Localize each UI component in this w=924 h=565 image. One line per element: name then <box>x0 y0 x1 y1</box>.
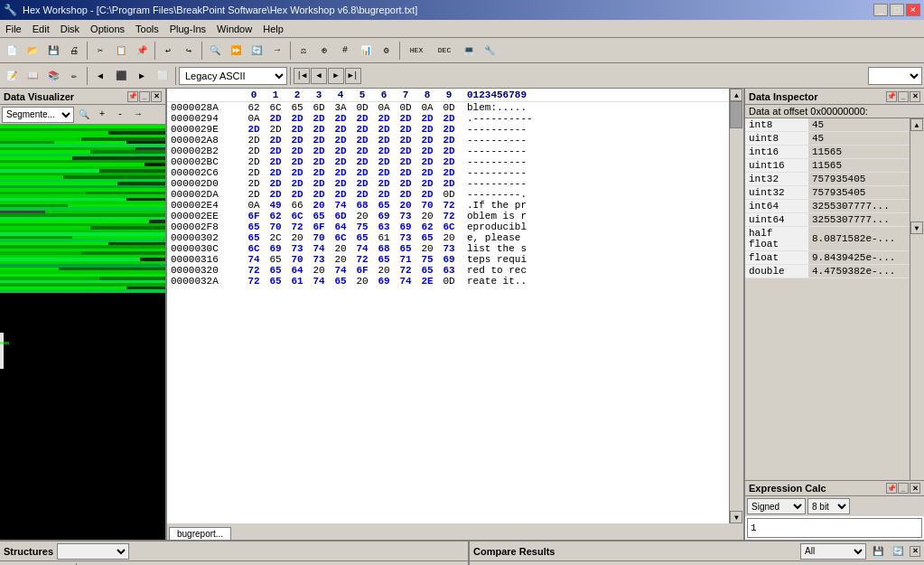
hex-cell[interactable]: 2D <box>373 124 395 135</box>
hex-cell[interactable]: 2D <box>286 113 308 124</box>
table-row[interactable]: 00000302652C20706C6561736520e, please <box>167 232 729 243</box>
nav-first[interactable]: |◀ <box>294 68 310 84</box>
hex-cell[interactable]: 75 <box>416 254 438 265</box>
hex-button[interactable]: HEX <box>403 41 430 61</box>
hex-cell[interactable]: 2D <box>243 124 265 135</box>
hex-cell[interactable]: 20 <box>330 243 351 254</box>
hex-cell[interactable]: 63 <box>438 265 460 276</box>
nav-prev[interactable]: ◀ <box>311 68 327 84</box>
scroll-thumb[interactable] <box>730 101 742 128</box>
hex-cell[interactable]: 20 <box>308 200 330 211</box>
hex-scrollbar[interactable]: ▲ ▼ <box>729 89 743 523</box>
hex-cell[interactable]: 63 <box>373 221 395 232</box>
hex-cell[interactable]: 2D <box>286 189 308 200</box>
hex-cell[interactable]: 2D <box>416 113 438 124</box>
window-controls[interactable]: _ □ ✕ <box>873 4 920 16</box>
table-row[interactable]: 0000032A72656174652069742E0Dreate it.. <box>167 276 729 287</box>
tb2-btn5[interactable]: ◀ <box>90 66 110 86</box>
hex-cell[interactable]: 6F <box>351 265 373 276</box>
hex-cell[interactable]: 2D <box>438 156 460 167</box>
menu-edit[interactable]: Edit <box>27 22 55 36</box>
hex-cell[interactable]: 6C <box>243 243 265 254</box>
nav-next[interactable]: ▶ <box>328 68 344 84</box>
hex-cell[interactable]: 2D <box>395 124 416 135</box>
hex-cell[interactable]: 73 <box>286 243 308 254</box>
hex-cell[interactable]: 2D <box>351 189 373 200</box>
hex-cell[interactable]: 2D <box>395 156 416 167</box>
hex-cell[interactable]: 20 <box>286 232 308 243</box>
hex-cell[interactable]: 71 <box>395 254 416 265</box>
hex-cell[interactable]: 74 <box>308 243 330 254</box>
table-row[interactable]: 000002B22D2D2D2D2D2D2D2D2D2D---------- <box>167 146 729 156</box>
hex-cell[interactable]: 0A <box>243 113 265 124</box>
hex-cell[interactable]: 20 <box>416 243 438 254</box>
hex-cell[interactable]: 2D <box>373 178 395 189</box>
hex-cell[interactable]: 2D <box>373 156 395 167</box>
settings-button[interactable]: ⚙ <box>377 41 397 61</box>
table-row[interactable]: 000002D02D2D2D2D2D2D2D2D2D2D---------- <box>167 178 729 189</box>
inspector-scrollbar[interactable]: ▲ ▼ <box>910 118 924 480</box>
dec-button[interactable]: DEC <box>431 41 458 61</box>
hex-cell[interactable]: 65 <box>265 265 286 276</box>
hex-cell[interactable]: 2D <box>330 167 351 178</box>
compare-button[interactable]: ⚖ <box>294 41 313 61</box>
hex-cell[interactable]: 2D <box>286 178 308 189</box>
hex-cell[interactable]: 2D <box>243 189 265 200</box>
hex-cell[interactable]: 72 <box>351 254 373 265</box>
hex-cell[interactable]: 2D <box>330 156 351 167</box>
table-row[interactable]: 000002BC2D2D2D2D2D2D2D2D2D2D---------- <box>167 156 729 167</box>
hex-cell[interactable]: 20 <box>416 211 438 221</box>
hex-cell[interactable]: 0D <box>438 276 460 287</box>
proc-button[interactable]: 🔧 <box>480 41 499 61</box>
maximize-button[interactable]: □ <box>890 4 904 16</box>
hex-cell[interactable]: 65 <box>351 232 373 243</box>
tb2-btn1[interactable]: 📝 <box>2 66 22 86</box>
cut-button[interactable]: ✂ <box>90 41 110 61</box>
minimize-button[interactable]: _ <box>873 4 888 16</box>
find-button[interactable]: 🔍 <box>205 41 225 61</box>
hex-cell[interactable]: 2D <box>351 124 373 135</box>
hex-cell[interactable]: 69 <box>373 276 395 287</box>
hex-cell[interactable]: 74 <box>395 276 416 287</box>
hex-cell[interactable]: 6D <box>308 102 330 113</box>
table-row[interactable]: 000002E40A496620746865207072.If the pr <box>167 200 729 211</box>
hex-cell[interactable]: 75 <box>351 221 373 232</box>
tb2-btn3[interactable]: 📚 <box>43 66 63 86</box>
hex-cell[interactable]: 0D <box>351 102 373 113</box>
paste-button[interactable]: 📌 <box>132 41 152 61</box>
hex-cell[interactable]: 2C <box>265 232 286 243</box>
vis-btn4[interactable]: → <box>130 107 146 123</box>
hex-cell[interactable]: 20 <box>438 232 460 243</box>
vis-btn2[interactable]: + <box>94 107 110 123</box>
hex-cell[interactable]: 2D <box>330 113 351 124</box>
hex-cell[interactable]: 0D <box>438 189 460 200</box>
compare-refresh[interactable]: 🔄 <box>890 543 906 560</box>
hex-cell[interactable]: 64 <box>330 221 351 232</box>
hex-cell[interactable]: 65 <box>416 265 438 276</box>
hex-cell[interactable]: 2D <box>416 189 438 200</box>
hex-cell[interactable]: 2D <box>243 167 265 178</box>
hex-cell[interactable]: 72 <box>395 265 416 276</box>
hex-cell[interactable]: 61 <box>373 232 395 243</box>
tb2-btn8[interactable]: ⬜ <box>153 66 173 86</box>
hex-cell[interactable]: 2D <box>395 178 416 189</box>
hex-cell[interactable]: 2D <box>416 156 438 167</box>
vis-btn1[interactable]: 🔍 <box>76 107 92 123</box>
hex-cell[interactable]: 2D <box>308 189 330 200</box>
cpu-button[interactable]: 💻 <box>459 41 479 61</box>
undo-button[interactable]: ↩ <box>158 41 178 61</box>
open-button[interactable]: 📂 <box>23 41 42 61</box>
table-row[interactable]: 000002DA2D2D2D2D2D2D2D2D2D0D---------. <box>167 189 729 200</box>
expr-input-area[interactable] <box>745 516 924 540</box>
menu-disk[interactable]: Disk <box>55 22 85 36</box>
hex-cell[interactable]: 70 <box>265 221 286 232</box>
hex-cell[interactable]: 2E <box>416 276 438 287</box>
hex-cell[interactable]: 64 <box>286 265 308 276</box>
table-row[interactable]: 000002EE6F626C656D2069732072oblem is r <box>167 211 729 221</box>
hex-cell[interactable]: 20 <box>330 254 351 265</box>
hex-cell[interactable]: 72 <box>243 276 265 287</box>
vis-minimize[interactable]: _ <box>139 91 150 102</box>
hex-cell[interactable]: 6D <box>330 211 351 221</box>
merge-button[interactable]: ⊕ <box>314 41 334 61</box>
menu-options[interactable]: Options <box>85 22 130 36</box>
